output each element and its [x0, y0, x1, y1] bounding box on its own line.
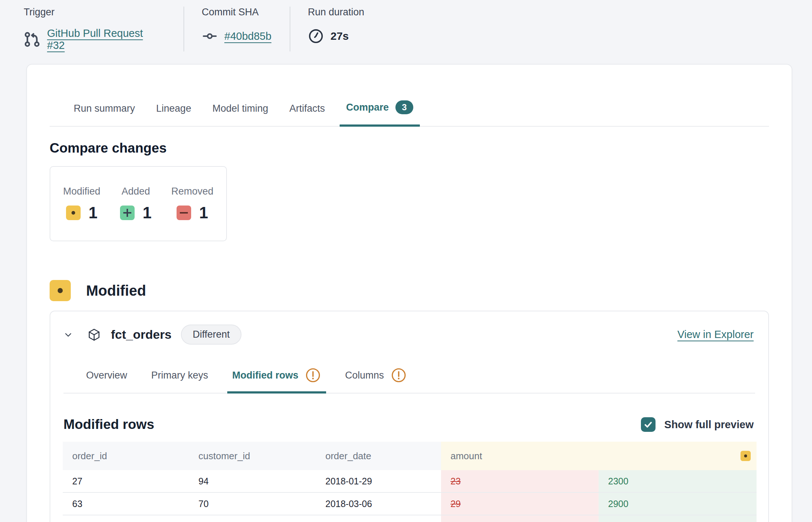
cell-customer-id: 94: [189, 470, 316, 493]
trigger-link[interactable]: GitHub Pull Request #32: [47, 27, 162, 51]
column-header-customer-id: customer_id: [189, 442, 316, 470]
modified-rows-header: Modified rows Show full preview: [63, 417, 754, 432]
view-in-explorer-link[interactable]: View in Explorer: [677, 329, 754, 341]
commit-sha-link[interactable]: #40bd85b: [224, 30, 271, 42]
commit-icon: [202, 28, 218, 44]
tab-artifacts[interactable]: Artifacts: [289, 103, 325, 126]
modified-dot-icon: [50, 280, 71, 301]
removed-minus-icon: [177, 206, 191, 220]
trigger-meta: Trigger GitHub Pull Request #32: [24, 7, 184, 51]
column-header-order-date: order_date: [316, 442, 441, 470]
checkbox-checked-icon[interactable]: [641, 417, 656, 432]
clock-icon: [308, 28, 324, 44]
stat-added-count: 1: [143, 204, 151, 222]
cell-customer-id: [189, 515, 316, 522]
model-cube-icon: [87, 327, 101, 342]
compare-summary-card: Modified 1 Added 1 Removed 1: [50, 166, 227, 241]
cell-amount-old: 23: [441, 470, 599, 493]
compare-changes-title: Compare changes: [50, 141, 769, 156]
run-meta-bar: Trigger GitHub Pull Request #32 Commit S…: [24, 7, 364, 51]
tab-run-summary[interactable]: Run summary: [74, 103, 135, 126]
cell-amount-new: 2900: [599, 493, 757, 515]
model-name: fct_orders: [111, 327, 171, 342]
modified-rows-table: order_id customer_id order_date amount 2…: [63, 442, 757, 522]
stat-modified: Modified 1: [63, 186, 100, 222]
run-duration-label: Run duration: [308, 7, 364, 18]
warning-icon: [391, 367, 407, 383]
modified-dot-icon: [66, 206, 81, 220]
run-tabs: Run summary Lineage Model timing Artifac…: [50, 65, 769, 127]
pull-request-icon: [24, 31, 40, 48]
commit-meta: Commit SHA #40bd85b: [184, 7, 290, 51]
modified-section-header: Modified: [50, 280, 769, 301]
cell-order-id: [63, 515, 189, 522]
tab-compare[interactable]: Compare 3: [346, 100, 413, 126]
subtab-modified-rows[interactable]: Modified rows: [232, 367, 321, 393]
commit-sha-label: Commit SHA: [202, 7, 290, 18]
cell-customer-id: 70: [189, 493, 316, 515]
duration-meta: Run duration 27s: [290, 7, 364, 51]
stat-modified-count: 1: [89, 204, 97, 222]
stat-removed-label: Removed: [171, 186, 213, 197]
cell-amount-new: 2300: [599, 470, 757, 493]
stat-removed-count: 1: [199, 204, 208, 222]
stat-added: Added 1: [120, 186, 151, 222]
chevron-down-icon[interactable]: [63, 329, 74, 340]
stat-removed: Removed 1: [171, 186, 213, 222]
run-duration-value: 27s: [330, 30, 349, 42]
run-detail-card: Run summary Lineage Model timing Artifac…: [26, 64, 792, 522]
cell-amount-old: [441, 515, 599, 522]
stat-added-label: Added: [121, 186, 150, 197]
column-header-amount: amount: [441, 442, 757, 470]
status-badge: Different: [181, 325, 241, 345]
cell-order-id: 27: [63, 470, 189, 493]
cell-amount-new: [599, 515, 757, 522]
cell-order-date: 2018-03-06: [316, 493, 441, 515]
subtab-primary-keys[interactable]: Primary keys: [151, 367, 208, 393]
modified-column-dot-icon: [741, 451, 751, 461]
stat-modified-label: Modified: [63, 186, 100, 197]
column-header-order-id: order_id: [63, 442, 189, 470]
modified-section-title: Modified: [86, 283, 146, 299]
trigger-label: Trigger: [24, 7, 162, 18]
warning-icon: [305, 367, 321, 383]
cell-order-date: 2018-01-29: [316, 470, 441, 493]
compare-count-badge: 3: [395, 100, 413, 114]
cell-order-date: [316, 515, 441, 522]
cell-amount-old: 29: [441, 493, 599, 515]
show-full-preview-label: Show full preview: [664, 419, 754, 431]
tab-model-timing[interactable]: Model timing: [212, 103, 268, 126]
subtab-overview[interactable]: Overview: [86, 367, 127, 393]
added-plus-icon: [120, 206, 135, 220]
subtab-columns[interactable]: Columns: [345, 367, 407, 393]
model-card-fct-orders: fct_orders Different View in Explorer Ov…: [50, 311, 769, 522]
tab-lineage[interactable]: Lineage: [156, 103, 191, 126]
cell-order-id: 63: [63, 493, 189, 515]
modified-rows-title: Modified rows: [63, 417, 154, 432]
model-card-header: fct_orders Different View in Explorer: [50, 311, 768, 345]
model-subtabs: Overview Primary keys Modified rows Colu…: [63, 345, 755, 394]
show-full-preview-toggle[interactable]: Show full preview: [641, 417, 754, 432]
